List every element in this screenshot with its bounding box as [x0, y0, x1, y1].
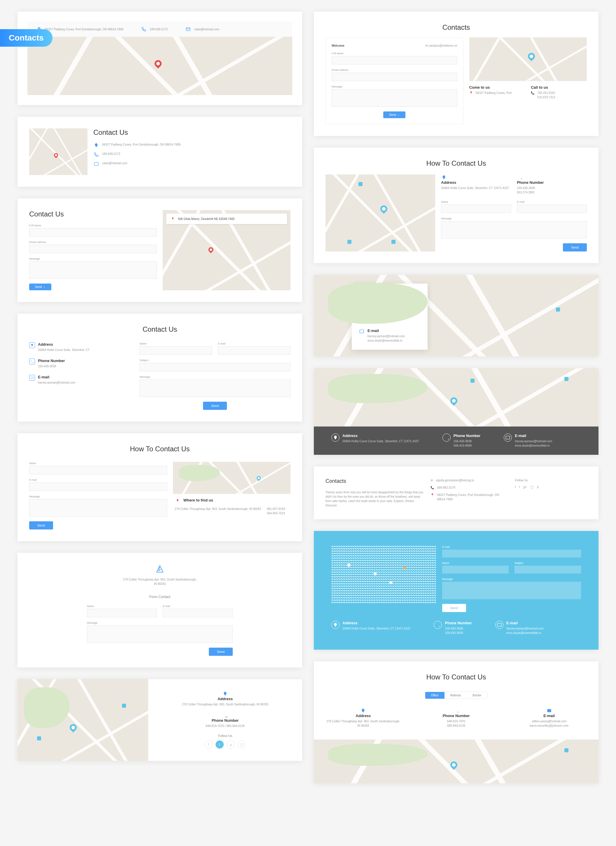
follow-label: Follow Us: [160, 734, 290, 737]
input-message[interactable]: [29, 261, 157, 279]
send-button[interactable]: Send: [442, 604, 466, 612]
map[interactable]: Address20464 Hollie Curve Suite, Stivenf…: [314, 275, 598, 357]
input-message[interactable]: [139, 379, 290, 397]
input-email[interactable]: [218, 346, 290, 355]
form-heading: Form Contact: [29, 595, 290, 599]
mail-icon: [29, 375, 35, 381]
input-email[interactable]: [163, 609, 233, 617]
label-name: Full Name: [331, 52, 457, 55]
input-name[interactable]: [87, 609, 157, 617]
heading: Contact Us: [29, 210, 157, 218]
input-email[interactable]: [331, 73, 457, 81]
map[interactable]: [314, 368, 598, 426]
input-email[interactable]: [29, 483, 167, 491]
pin-icon: [360, 708, 366, 714]
map-info: Come to us📍58327 Padberg Coves, Port Cal…: [469, 37, 587, 124]
card-map-social: Address 278 Collier Throughway Apt. 963,…: [18, 679, 302, 761]
address-label: Address: [368, 291, 421, 295]
pin-icon: 📍: [175, 498, 180, 504]
phone-label: Phone Number: [418, 714, 494, 718]
input-name[interactable]: [441, 204, 511, 213]
phone-text: 081-837-8193564-953-7524: [267, 507, 285, 516]
label-message: Message: [29, 495, 167, 498]
address-label: Address: [441, 180, 511, 185]
address-text: 58327 Padberg Coves, Port Dondoborough, …: [45, 27, 123, 31]
email-label: E-mail: [511, 714, 587, 718]
send-button[interactable]: Send: [203, 402, 227, 410]
input-message[interactable]: [29, 499, 167, 517]
input-name[interactable]: [29, 228, 157, 236]
label-name: Name: [441, 200, 511, 203]
mail-icon: [185, 26, 191, 32]
input-name[interactable]: [442, 565, 509, 574]
heading: How To Contact Us: [326, 673, 587, 681]
instagram-icon[interactable]: ◯: [530, 485, 534, 489]
pinterest-icon[interactable]: p: [537, 485, 539, 489]
facebook-icon[interactable]: f: [515, 485, 516, 489]
map[interactable]: [28, 37, 292, 95]
address-text: 20464 Hollie Curve Curve Suite, Stivenfo…: [342, 439, 419, 444]
input-email[interactable]: [517, 204, 587, 213]
send-button[interactable]: Send: [29, 521, 53, 529]
input-email[interactable]: [442, 549, 581, 558]
input-message[interactable]: [442, 582, 581, 599]
label-subject: Subject: [139, 359, 290, 362]
input-name[interactable]: [29, 466, 167, 474]
input-message[interactable]: [87, 626, 233, 643]
send-button[interactable]: Send →: [29, 283, 51, 290]
label-name: Name: [87, 605, 157, 608]
facebook-icon[interactable]: f: [204, 740, 213, 749]
input-name[interactable]: [331, 56, 457, 65]
input-message[interactable]: [441, 221, 587, 239]
tab-address[interactable]: Address: [444, 692, 467, 699]
phone-text: 158-430-3838544-418-4089: [368, 315, 395, 324]
map[interactable]: [469, 37, 587, 81]
twitter-icon[interactable]: t: [519, 485, 520, 489]
mail-icon: [504, 433, 512, 442]
instagram-icon[interactable]: ◯: [238, 740, 246, 749]
card-howto-tabs: How To Contact Us Office Address Border …: [314, 661, 598, 783]
map[interactable]: [314, 740, 598, 783]
svg-rect-2: [31, 377, 33, 379]
map-address-strip: 📍506 Gilda Manor, Desdehitt NE 63549-740…: [166, 213, 287, 224]
send-button[interactable]: Send: [563, 243, 587, 251]
twitter-icon[interactable]: t: [216, 740, 224, 749]
card-form-map: Contact Us Full Name Email Address Messa…: [18, 198, 302, 302]
input-email[interactable]: [29, 245, 157, 253]
label-email: E-mail: [218, 342, 290, 345]
map[interactable]: [173, 462, 290, 494]
map-pin-icon: [153, 59, 163, 69]
map-pin-icon: [256, 475, 262, 481]
input-name[interactable]: [139, 346, 212, 355]
tab-border[interactable]: Border: [467, 692, 487, 699]
info-column: Address 278 Collier Throughway Apt. 963,…: [148, 679, 302, 761]
input-subject[interactable]: [139, 363, 290, 372]
map-pin-icon: [207, 246, 214, 253]
card-howto-form: How To Contact Us Name E-mail Message Se…: [18, 433, 302, 541]
google-icon[interactable]: g+: [524, 485, 527, 489]
send-button[interactable]: Send: [209, 648, 233, 656]
come-label: Come to us: [469, 85, 525, 90]
blurb-column: Contacts Twenty years from now you will …: [326, 478, 425, 508]
label-email: E-mail: [517, 200, 587, 203]
map-pin-icon: [379, 204, 389, 214]
label-email: E-mail: [29, 479, 167, 481]
send-button[interactable]: Send →: [383, 112, 405, 118]
map[interactable]: [29, 128, 88, 175]
email-text: harvey.wyman@hotmail.com: [38, 380, 75, 385]
phone-text: 648-819-7070 / 060-944-0128: [160, 724, 290, 728]
phone-icon: [434, 621, 442, 629]
map[interactable]: [326, 175, 435, 251]
phone-icon: [517, 175, 523, 180]
map[interactable]: [18, 679, 148, 761]
input-subject[interactable]: [515, 565, 581, 574]
mail-icon: [546, 708, 552, 714]
email-text: sigvila.gennyworo@herzog.tv: [436, 478, 474, 483]
map[interactable]: 📍506 Gilda Manor, Desdehitt NE 63549-740…: [163, 210, 290, 290]
tabs: Office Address Border: [425, 692, 488, 699]
input-message[interactable]: [331, 89, 457, 107]
tab-office[interactable]: Office: [425, 692, 444, 699]
google-icon[interactable]: g: [227, 740, 235, 749]
label-message: Message: [441, 217, 587, 220]
heading: How To Contact Us: [326, 159, 587, 167]
